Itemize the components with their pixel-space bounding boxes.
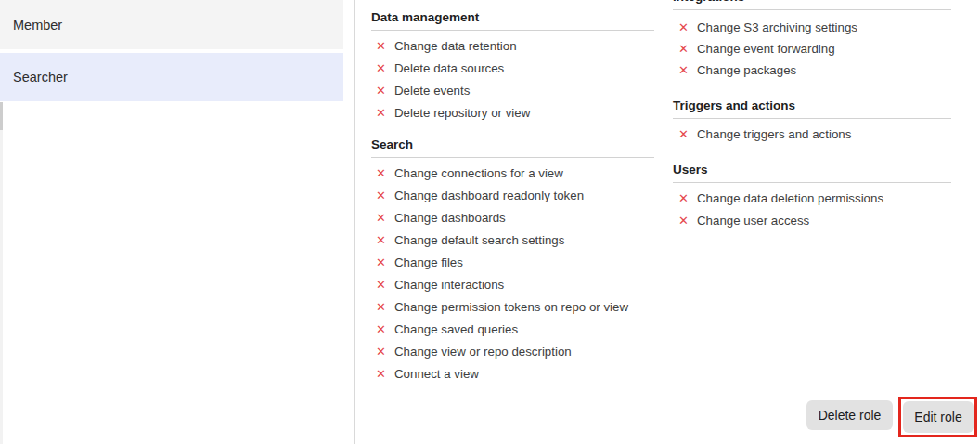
permission-row: ✕Change dashboards [371, 206, 654, 229]
permission-label: Change S3 archiving settings [697, 20, 858, 34]
permission-label: Change user access [697, 214, 809, 228]
sidebar-item-label: Member [13, 18, 62, 33]
panel-divider [354, 0, 355, 444]
permission-label: Delete repository or view [394, 106, 530, 120]
permission-row: ✕Change files [371, 251, 654, 273]
permission-label: Change files [394, 255, 463, 269]
permission-label: Change event forwarding [697, 42, 835, 56]
sidebar-scrollbar[interactable] [0, 102, 3, 444]
permission-section: Triggers and actions✕Change triggers and… [673, 99, 951, 145]
permission-row: ✕Change data retention [371, 34, 654, 57]
permission-label: Change triggers and actions [697, 127, 851, 141]
permission-label: Change data deletion permissions [697, 191, 883, 205]
permission-section: Users✕Change data deletion permissions✕C… [673, 163, 951, 231]
permission-row: ✕Change data deletion permissions [673, 187, 951, 209]
denied-x-icon: ✕ [375, 256, 387, 268]
permission-label: Change dashboards [394, 211, 506, 225]
denied-x-icon: ✕ [375, 301, 387, 313]
permission-label: Change connections for a view [394, 166, 563, 180]
roles-sidebar: MemberSearcher [0, 0, 343, 105]
permission-section: Search✕Change connections for a view✕Cha… [371, 138, 654, 385]
denied-x-icon: ✕ [677, 128, 690, 140]
permission-row: ✕Change connections for a view [371, 162, 654, 184]
permission-list: ✕Change data deletion permissions✕Change… [673, 187, 951, 231]
permissions-column-left: Data management✕Change data retention✕De… [371, 0, 654, 385]
permission-label: Change packages [697, 63, 796, 77]
denied-x-icon: ✕ [375, 279, 387, 291]
section-title: Data management [371, 11, 654, 31]
denied-x-icon: ✕ [375, 189, 387, 202]
section-title: Search [371, 138, 654, 158]
permission-label: Change default search settings [394, 233, 564, 247]
denied-x-icon: ✕ [375, 212, 387, 224]
permissions-column-right: Integrations✕Change S3 archiving setting… [673, 0, 951, 231]
denied-x-icon: ✕ [677, 192, 690, 204]
permission-row: ✕Change S3 archiving settings [673, 17, 951, 38]
denied-x-icon: ✕ [375, 234, 387, 246]
permission-row: ✕Delete data sources [371, 57, 654, 79]
permission-row: ✕Change event forwarding [673, 38, 951, 59]
denied-x-icon: ✕ [375, 107, 387, 119]
permission-row: ✕Change dashboard readonly token [371, 184, 654, 206]
denied-x-icon: ✕ [375, 62, 387, 74]
edit-role-button[interactable]: Edit role [903, 401, 974, 433]
permission-row: ✕Change permission tokens on repo or vie… [371, 295, 654, 318]
permission-row: ✕Change user access [673, 209, 951, 231]
section-title: Integrations [673, 0, 951, 10]
denied-x-icon: ✕ [677, 43, 690, 55]
permission-label: Change interactions [394, 278, 504, 292]
permission-row: ✕Change view or repo description [371, 340, 654, 362]
section-title: Users [673, 163, 951, 183]
permission-label: Change permission tokens on repo or view [394, 300, 628, 314]
permission-label: Delete events [394, 84, 470, 98]
permission-section: Data management✕Change data retention✕De… [371, 11, 654, 124]
denied-x-icon: ✕ [375, 85, 387, 97]
permission-list: ✕Change triggers and actions [673, 123, 951, 145]
permission-list: ✕Change data retention✕Delete data sourc… [371, 34, 654, 124]
permission-row: ✕Change interactions [371, 273, 654, 295]
permission-row: ✕Connect a view [371, 362, 654, 385]
sidebar-item-searcher[interactable]: Searcher [0, 53, 343, 101]
permission-row: ✕Delete events [371, 79, 654, 101]
permission-row: ✕Change triggers and actions [673, 123, 951, 145]
denied-x-icon: ✕ [375, 368, 387, 380]
denied-x-icon: ✕ [375, 323, 387, 335]
sidebar-item-member[interactable]: Member [0, 0, 343, 49]
denied-x-icon: ✕ [677, 215, 690, 227]
permission-row: ✕Change packages [673, 59, 951, 81]
permission-list: ✕Change S3 archiving settings✕Change eve… [673, 17, 951, 81]
denied-x-icon: ✕ [375, 346, 387, 358]
denied-x-icon: ✕ [375, 167, 387, 179]
permission-label: Connect a view [394, 367, 479, 381]
permission-label: Delete data sources [394, 61, 504, 75]
permission-label: Change view or repo description [394, 345, 572, 359]
permission-row: ✕Delete repository or view [371, 101, 654, 124]
permission-list: ✕Change connections for a view✕Change da… [371, 162, 654, 385]
sidebar-item-label: Searcher [13, 70, 68, 85]
permission-row: ✕Change default search settings [371, 229, 654, 251]
denied-x-icon: ✕ [375, 40, 387, 52]
permission-label: Change data retention [394, 39, 517, 53]
permission-section: Integrations✕Change S3 archiving setting… [673, 0, 951, 81]
permission-label: Change saved queries [394, 322, 518, 336]
permission-label: Change dashboard readonly token [394, 189, 584, 202]
delete-role-button[interactable]: Delete role [806, 400, 893, 430]
denied-x-icon: ✕ [677, 21, 690, 33]
denied-x-icon: ✕ [677, 64, 690, 76]
permission-row: ✕Change saved queries [371, 318, 654, 340]
sidebar-scrollbar-thumb[interactable] [0, 102, 3, 130]
section-title: Triggers and actions [673, 99, 951, 119]
